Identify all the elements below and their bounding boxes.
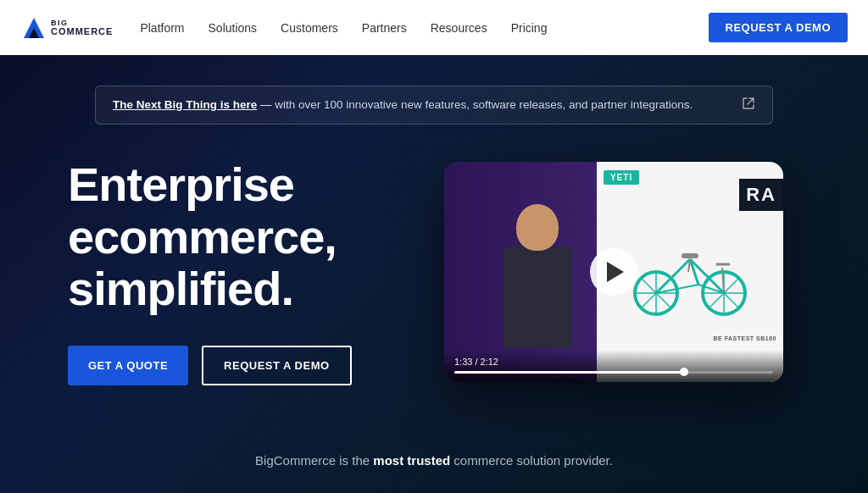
- request-demo-button[interactable]: REQUEST A DEMO: [202, 346, 352, 385]
- navbar-left: BIG COMMERCE Platform Solutions Customer…: [20, 14, 547, 42]
- video-time: 1:33 / 2:12: [454, 357, 773, 367]
- video-background: YETI: [444, 162, 783, 382]
- bike-illustration: [622, 225, 758, 319]
- person-body: [504, 246, 571, 348]
- nav-resources[interactable]: Resources: [431, 20, 487, 36]
- ra-overlay: RA: [739, 179, 783, 211]
- video-controls: 1:33 / 2:12: [444, 350, 783, 382]
- progress-bar[interactable]: [454, 371, 773, 374]
- get-quote-button[interactable]: GET A QUOTE: [68, 346, 188, 385]
- progress-dot: [680, 368, 688, 376]
- hero-left: Enterprise ecommerce, simplified. GET A …: [68, 158, 352, 385]
- nav-customers[interactable]: Customers: [281, 20, 338, 36]
- logo-text: BIG COMMERCE: [51, 19, 113, 36]
- bottom-trust-text: BigCommerce is the most trusted commerce…: [0, 436, 868, 485]
- logo[interactable]: BIG COMMERCE: [20, 14, 113, 42]
- hero-headline: Enterprise ecommerce, simplified.: [68, 158, 352, 315]
- nav-pricing[interactable]: Pricing: [511, 20, 548, 36]
- nav-platform[interactable]: Platform: [140, 20, 184, 36]
- play-button[interactable]: [590, 248, 637, 296]
- yeti-badge: YETI: [604, 170, 639, 185]
- nav-partners[interactable]: Partners: [362, 20, 407, 36]
- logo-icon: [20, 14, 47, 42]
- hero-section: The Next Big Thing is here — with over 1…: [0, 55, 868, 493]
- navbar: BIG COMMERCE Platform Solutions Customer…: [0, 0, 868, 55]
- svg-rect-18: [682, 253, 698, 258]
- nav-links: Platform Solutions Customers Partners Re…: [140, 20, 547, 36]
- progress-fill: [454, 371, 684, 374]
- hero-content: Enterprise ecommerce, simplified. GET A …: [0, 108, 868, 419]
- nav-solutions[interactable]: Solutions: [209, 20, 258, 36]
- play-icon: [607, 262, 624, 282]
- hero-buttons: GET A QUOTE REQUEST A DEMO: [68, 346, 352, 385]
- nav-request-demo-button[interactable]: REQUEST A DEMO: [709, 13, 849, 42]
- video-player[interactable]: YETI: [444, 162, 783, 382]
- be-fastest-text: BE FASTEST SB160: [713, 335, 776, 341]
- person-head: [516, 204, 559, 251]
- hero-right: YETI: [444, 162, 800, 382]
